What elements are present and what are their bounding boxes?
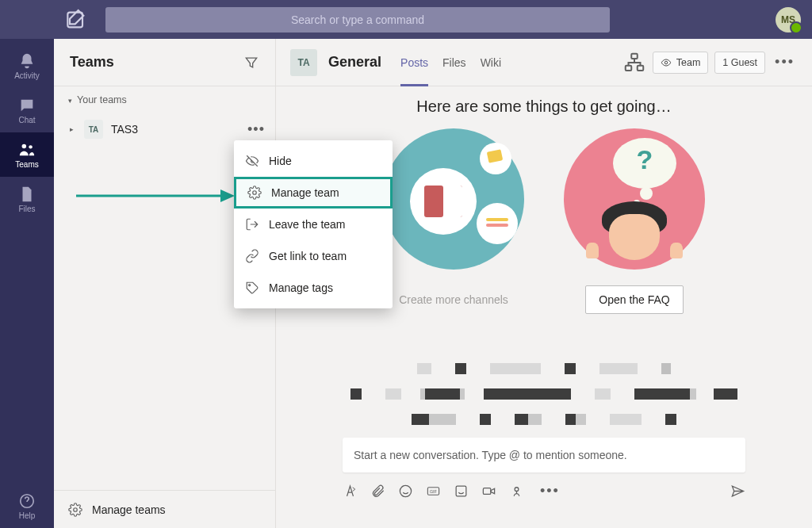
svg-point-1 [22,143,26,148]
tab-files[interactable]: Files [442,39,466,86]
svg-point-7 [249,285,251,286]
svg-point-13 [400,485,411,496]
emoji-icon[interactable] [398,484,413,499]
avatar-initials: MS [781,14,795,25]
caret-down-icon: ▾ [68,97,72,105]
compose-icon[interactable] [63,7,89,33]
ctx-manage-tags[interactable]: Manage tags [234,272,393,304]
svg-point-18 [515,487,519,491]
title-bar: Search or type a command MS [0,0,812,39]
team-name: TAS3 [111,123,237,136]
rail-help[interactable]: Help [0,484,54,528]
filter-icon[interactable] [243,55,259,71]
svg-rect-9 [631,53,638,58]
team-more-button[interactable]: ••• [245,118,267,140]
channel-more-button[interactable]: ••• [772,54,798,71]
svg-text:GIF: GIF [430,488,438,493]
ctx-hide[interactable]: Hide [234,145,393,177]
channel-header: TA General Posts Files Wiki Team 1 Guest… [276,39,812,86]
rail-files[interactable]: Files [0,177,54,221]
attach-icon[interactable] [370,484,385,499]
rail-activity[interactable]: Activity [0,44,54,88]
composer-input[interactable]: Start a new conversation. Type @ to ment… [343,438,745,473]
ctx-manage-team[interactable]: Manage team [234,177,393,209]
tab-wiki[interactable]: Wiki [481,39,501,86]
svg-point-6 [253,191,257,195]
hero-heading: Here are some things to get going… [292,98,796,116]
svg-point-12 [665,61,668,64]
visibility-pill[interactable]: Team [653,52,709,74]
gif-icon[interactable]: GIF [426,484,441,499]
create-channels-button[interactable]: Create more channels [385,285,522,314]
composer-placeholder: Start a new conversation. Type @ to ment… [354,449,627,461]
send-icon[interactable] [730,484,745,499]
manage-teams-link[interactable]: Manage teams [54,490,275,528]
channel-tabs: Posts Files Wiki [400,39,501,86]
composer-toolbar: GIF ••• [343,474,745,507]
sidebar-title: Teams [70,54,243,71]
meet-icon[interactable] [481,484,496,499]
search-placeholder: Search or type a command [291,13,424,26]
tile-channels: Create more channels [383,128,524,314]
teams-sidebar: Teams ▾ Your teams ▸ TA TAS3 ••• Hide [54,39,276,528]
caret-right-icon: ▸ [70,125,76,133]
svg-rect-11 [637,65,643,70]
tab-posts[interactable]: Posts [400,39,428,86]
redacted-text [292,363,796,425]
open-faq-button[interactable]: Open the FAQ [585,285,684,314]
toolbar-more-icon[interactable]: ••• [537,483,563,499]
annotation-arrow [76,186,235,205]
svg-point-2 [29,145,32,148]
format-icon[interactable] [343,484,358,499]
channel-badge: TA [290,49,317,76]
team-badge: TA [84,120,103,139]
avatar[interactable]: MS [776,7,801,33]
stream-icon[interactable] [509,484,524,499]
rail-chat[interactable]: Chat [0,88,54,132]
org-icon[interactable] [622,51,646,75]
group-your-teams[interactable]: ▾ Your teams [54,86,275,113]
tile-faq: Open the FAQ [564,128,705,314]
svg-marker-5 [220,189,235,202]
app-rail: Activity Chat Teams Files Help [0,39,54,528]
illustration-channels [383,128,524,270]
svg-rect-10 [625,65,631,70]
svg-rect-16 [456,486,466,496]
team-context-menu: Hide Manage team Leave the team Get link… [234,140,393,308]
rail-teams[interactable]: Teams [0,132,54,177]
ctx-get-link[interactable]: Get link to team [234,240,393,272]
svg-point-8 [74,507,78,511]
ctx-leave-team[interactable]: Leave the team [234,209,393,240]
guest-pill[interactable]: 1 Guest [714,52,765,74]
search-input[interactable]: Search or type a command [105,7,610,33]
sticker-icon[interactable] [454,484,469,499]
illustration-faq [564,128,705,270]
channel-title: General [328,54,381,71]
svg-rect-17 [483,488,491,494]
